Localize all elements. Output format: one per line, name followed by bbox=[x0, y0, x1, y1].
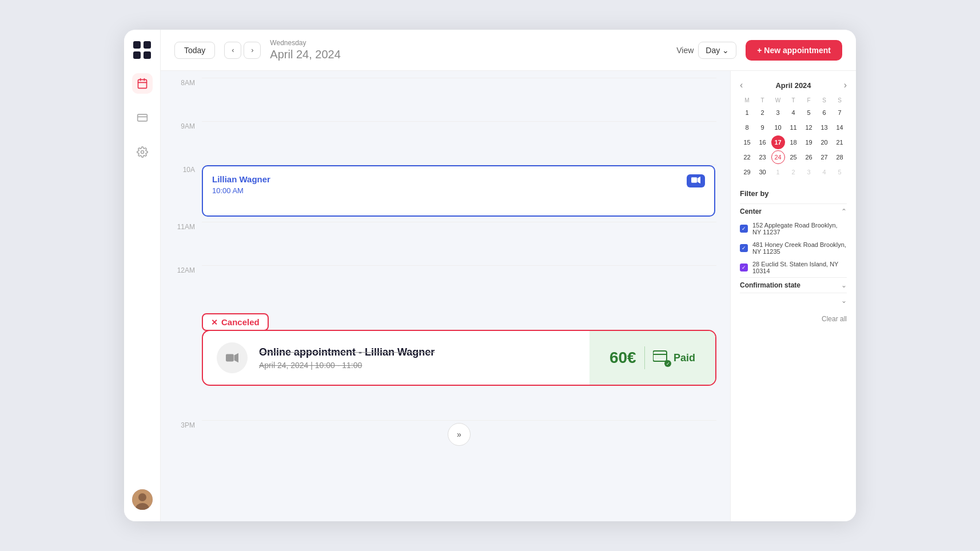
view-select[interactable]: Day ⌄ bbox=[698, 42, 736, 59]
cal-day[interactable]: 18 bbox=[787, 135, 800, 149]
cal-day[interactable]: 28 bbox=[833, 150, 847, 164]
canceled-appt-title: Online appointment - Lillian Wagner bbox=[259, 346, 435, 358]
mini-cal-prev-button[interactable]: ‹ bbox=[740, 80, 743, 90]
extra-expand-icon: ⌄ bbox=[841, 297, 847, 305]
cal-day[interactable]: 15 bbox=[740, 135, 754, 149]
checkbox-center2[interactable]: ✓ bbox=[740, 244, 748, 252]
cal-day-selected[interactable]: 24 bbox=[771, 150, 785, 164]
sidebar-item-settings[interactable] bbox=[132, 142, 153, 162]
time-label-8am: 8AM bbox=[174, 78, 202, 87]
center-filter-header[interactable]: Center ⌃ bbox=[740, 203, 847, 219]
svg-rect-10 bbox=[691, 177, 697, 182]
checkbox-center1[interactable]: ✓ bbox=[740, 225, 748, 233]
cal-day[interactable]: 11 bbox=[787, 121, 800, 134]
cal-day[interactable]: 21 bbox=[833, 135, 847, 149]
svg-marker-13 bbox=[234, 353, 238, 363]
cal-day[interactable]: 29 bbox=[740, 165, 754, 179]
time-line-11am bbox=[202, 222, 716, 265]
canceled-card-info: Online appointment - Lillian Wagner Apri… bbox=[259, 346, 435, 370]
app-logo bbox=[133, 41, 152, 59]
video-circle bbox=[217, 342, 248, 373]
cal-day[interactable]: 22 bbox=[740, 150, 754, 164]
cal-day[interactable]: 8 bbox=[740, 121, 754, 134]
center2-label: 481 Honey Creek Road Brooklyn, NY 11235 bbox=[752, 241, 847, 255]
filter-item-center2[interactable]: ✓ 481 Honey Creek Road Brooklyn, NY 1123… bbox=[740, 238, 847, 258]
body-area: 8AM 9AM 10A Lillian Wagner bbox=[161, 71, 856, 521]
cal-day[interactable]: 13 bbox=[818, 121, 831, 134]
cal-day[interactable]: 6 bbox=[818, 106, 831, 119]
next-day-button[interactable]: › bbox=[244, 42, 261, 59]
cal-day[interactable]: 20 bbox=[818, 135, 831, 149]
mini-calendar-grid: M T W T F S S 1 2 3 4 5 6 7 8 bbox=[740, 96, 847, 179]
user-avatar[interactable] bbox=[132, 489, 153, 510]
cal-day[interactable]: 7 bbox=[833, 106, 847, 119]
time-row-11am: 11AM bbox=[174, 222, 716, 265]
cal-day[interactable]: 25 bbox=[787, 150, 800, 164]
sidebar-item-calendar[interactable] bbox=[132, 73, 153, 94]
svg-point-6 bbox=[141, 151, 144, 154]
svg-rect-0 bbox=[138, 79, 146, 88]
cal-day[interactable]: 5 bbox=[802, 106, 816, 119]
cal-day[interactable]: 4 bbox=[787, 106, 800, 119]
confirmation-filter-header[interactable]: Confirmation state ⌄ bbox=[740, 277, 847, 293]
cal-header-m: M bbox=[740, 96, 754, 105]
full-date-label: April 24, 2024 bbox=[270, 48, 667, 61]
cal-day[interactable]: 2 bbox=[756, 106, 770, 119]
view-label: View bbox=[676, 46, 694, 55]
cal-day-next-month[interactable]: 5 bbox=[833, 165, 847, 179]
cal-day[interactable]: 27 bbox=[818, 150, 831, 164]
cal-day-today[interactable]: 17 bbox=[771, 135, 785, 149]
filter-item-center1[interactable]: ✓ 152 Applegate Road Brooklyn, NY 11237 bbox=[740, 219, 847, 238]
extra-filter-row[interactable]: ⌄ bbox=[740, 293, 847, 308]
sidebar-bottom bbox=[132, 489, 153, 510]
canceled-x-icon: ✕ bbox=[211, 318, 218, 327]
center-filter-arrow: ⌃ bbox=[841, 207, 847, 215]
cal-day-next-month[interactable]: 3 bbox=[802, 165, 816, 179]
mini-calendar-header: ‹ April 2024 › bbox=[740, 80, 847, 90]
cal-day[interactable]: 3 bbox=[771, 106, 785, 119]
appointment-card-blue[interactable]: Lillian Wagner 10:00 AM bbox=[202, 165, 715, 217]
cal-day[interactable]: 12 bbox=[802, 121, 816, 134]
cal-header-t1: T bbox=[755, 96, 770, 105]
app-container: Today ‹ › Wednesday April 24, 2024 View … bbox=[124, 30, 856, 521]
cal-day[interactable]: 1 bbox=[740, 106, 754, 119]
expand-more-button[interactable]: » bbox=[448, 423, 471, 446]
cal-day[interactable]: 26 bbox=[802, 150, 816, 164]
prev-day-button[interactable]: ‹ bbox=[224, 42, 241, 59]
checkbox-center3[interactable]: ✓ bbox=[740, 263, 748, 271]
main-content: Today ‹ › Wednesday April 24, 2024 View … bbox=[161, 30, 856, 521]
new-appointment-button[interactable]: + New appointment bbox=[746, 40, 842, 61]
cal-day-next-month[interactable]: 2 bbox=[787, 165, 800, 179]
cal-header-t2: T bbox=[786, 96, 800, 105]
patient-name: Lillian Wagner bbox=[212, 174, 705, 184]
view-control: View Day ⌄ bbox=[676, 42, 736, 59]
cal-day-next-month[interactable]: 1 bbox=[771, 165, 785, 179]
clear-all-button[interactable]: Clear all bbox=[740, 315, 847, 323]
cal-day-next-month[interactable]: 4 bbox=[818, 165, 831, 179]
cal-day[interactable]: 19 bbox=[802, 135, 816, 149]
cal-day[interactable]: 14 bbox=[833, 121, 847, 134]
time-label-9am: 9AM bbox=[174, 121, 202, 130]
cal-header-w: W bbox=[771, 96, 785, 105]
confirmation-expand-icon: ⌄ bbox=[841, 281, 847, 289]
time-label-10am: 10A bbox=[174, 165, 202, 174]
header: Today ‹ › Wednesday April 24, 2024 View … bbox=[161, 30, 856, 71]
canceled-section: ✕ Canceled bbox=[174, 313, 716, 386]
time-line-8am bbox=[202, 78, 716, 121]
paid-section: ✓ Paid bbox=[653, 350, 695, 366]
svg-point-8 bbox=[138, 493, 146, 501]
calendar-view: 8AM 9AM 10A Lillian Wagner bbox=[161, 71, 730, 521]
mini-cal-next-button[interactable]: › bbox=[844, 80, 847, 90]
cal-day[interactable]: 23 bbox=[756, 150, 770, 164]
appointment-time: 10:00 AM bbox=[212, 186, 705, 195]
today-button[interactable]: Today bbox=[174, 42, 215, 59]
cal-day[interactable]: 30 bbox=[756, 165, 770, 179]
sidebar-item-cards[interactable] bbox=[132, 107, 153, 128]
cal-day[interactable]: 16 bbox=[756, 135, 770, 149]
filter-item-center3[interactable]: ✓ 28 Euclid St. Staten Island, NY 10314 bbox=[740, 258, 847, 277]
cal-day[interactable]: 9 bbox=[756, 121, 770, 134]
time-row-12am: 12AM bbox=[174, 265, 716, 309]
cal-header-f: F bbox=[802, 96, 816, 105]
cal-day[interactable]: 10 bbox=[771, 121, 785, 134]
canceled-card[interactable]: Online appointment - Lillian Wagner Apri… bbox=[202, 330, 716, 386]
